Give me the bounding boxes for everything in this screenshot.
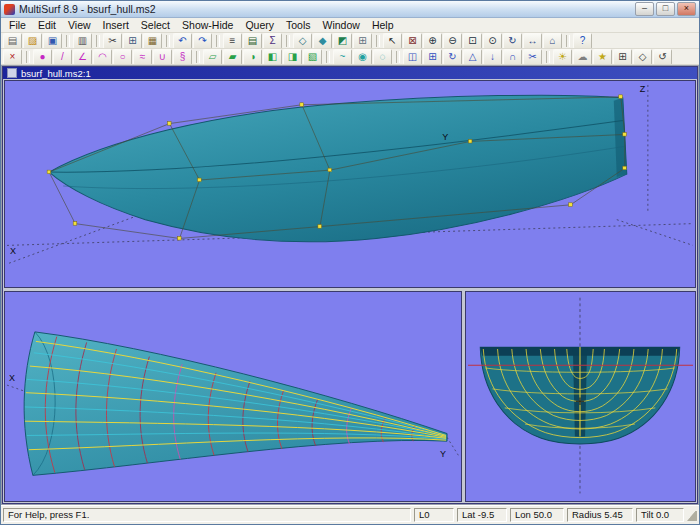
point-tool-button[interactable]: ● xyxy=(33,49,52,65)
menu-item-insert[interactable]: Insert xyxy=(97,19,135,31)
snake-tool-button[interactable]: ~ xyxy=(333,49,352,65)
viewport-wireframe[interactable]: X Y xyxy=(4,291,462,502)
rotate-entity-button[interactable]: ↻ xyxy=(443,49,462,65)
menu-item-window[interactable]: Window xyxy=(317,19,366,31)
viewport-perspective[interactable]: X Y Z xyxy=(4,80,696,288)
new-file-button[interactable]: ▤ xyxy=(3,33,22,49)
menu-item-tools[interactable]: Tools xyxy=(280,19,317,31)
menu-item-file[interactable]: File xyxy=(3,19,32,31)
toolbar-separator xyxy=(376,35,380,47)
select-arrow-button[interactable]: ↖ xyxy=(383,33,402,49)
status-help: For Help, press F1. xyxy=(3,508,411,522)
ccurve-tool-button[interactable]: ∪ xyxy=(153,49,172,65)
help-button[interactable]: ? xyxy=(573,33,592,49)
ortho-views-button[interactable]: ⊞ xyxy=(613,49,632,65)
menu-item-select[interactable]: Select xyxy=(135,19,176,31)
wireframe-view-button[interactable]: ◇ xyxy=(293,33,312,49)
zoom-in-button[interactable]: ⊕ xyxy=(423,33,442,49)
mass-properties-button[interactable]: Σ xyxy=(263,33,282,49)
intersect-entity-button[interactable]: ∩ xyxy=(503,49,522,65)
entity-list-button[interactable]: ≡ xyxy=(223,33,242,49)
bodyplan-canvas[interactable] xyxy=(466,292,695,501)
toolbar-standard: ▤▨▣▥✂⊞▦↶↷≡▤Σ◇◆◩⊞↖⊠⊕⊖⊡⊙↻↔⌂? xyxy=(1,33,699,49)
deselect-all-button[interactable]: ⊠ xyxy=(403,33,422,49)
mirror-entity-button[interactable]: ◫ xyxy=(403,49,422,65)
lofted-surface-button[interactable]: ▧ xyxy=(303,49,322,65)
surface-tool-button[interactable]: ▱ xyxy=(203,49,222,65)
shaded-view-button[interactable]: ◆ xyxy=(313,33,332,49)
toolbar-separator xyxy=(566,35,570,47)
document-window: bsurf_hull.ms2:1 xyxy=(2,66,698,504)
helix-tool-button[interactable]: § xyxy=(173,49,192,65)
perspective-canvas[interactable]: X Y Z xyxy=(5,81,695,287)
hide-entity-button[interactable]: ☁ xyxy=(573,49,592,65)
refresh-view-button[interactable]: ↺ xyxy=(653,49,672,65)
copy-entity-button[interactable]: ⊞ xyxy=(423,49,442,65)
zoom-out-button[interactable]: ⊖ xyxy=(443,33,462,49)
status-tilt: Tilt 0.0 xyxy=(636,508,684,522)
copy-button[interactable]: ⊞ xyxy=(123,33,142,49)
statusbar: For Help, press F1. L0Lat -9.5Lon 50.0Ra… xyxy=(1,505,699,524)
document-icon xyxy=(7,68,17,78)
home-view-button[interactable]: ⌂ xyxy=(543,33,562,49)
document-titlebar[interactable]: bsurf_hull.ms2:1 xyxy=(3,67,697,79)
redo-button[interactable]: ↷ xyxy=(193,33,212,49)
line-tool-button[interactable]: / xyxy=(53,49,72,65)
properties-button[interactable]: ▤ xyxy=(243,33,262,49)
show-entity-button[interactable]: ☀ xyxy=(553,49,572,65)
magnet-tool-button[interactable]: ◉ xyxy=(353,49,372,65)
toolbar-separator xyxy=(396,51,400,63)
grid-toggle-button[interactable]: ⊞ xyxy=(353,33,372,49)
trim-entity-button[interactable]: ✂ xyxy=(523,49,542,65)
minimize-button[interactable]: – xyxy=(635,2,654,16)
hull-surface xyxy=(24,332,447,475)
ring-tool-button[interactable]: ◌ xyxy=(373,49,392,65)
axis-label-x: X xyxy=(9,373,15,383)
cut-button[interactable]: ✂ xyxy=(103,33,122,49)
paste-button[interactable]: ▦ xyxy=(143,33,162,49)
show-all-button[interactable]: ★ xyxy=(593,49,612,65)
document-title: bsurf_hull.ms2:1 xyxy=(21,68,91,79)
status-cells: L0Lat -9.5Lon 50.0Radius 5.45Tilt 0.0 xyxy=(414,508,684,522)
menu-item-help[interactable]: Help xyxy=(366,19,400,31)
render-view-button[interactable]: ◩ xyxy=(333,33,352,49)
close-button[interactable]: × xyxy=(677,2,696,16)
zoom-fit-button[interactable]: ⊙ xyxy=(483,33,502,49)
ruled-surface-button[interactable]: ▰ xyxy=(223,49,242,65)
status-lat: Lat -9.5 xyxy=(457,508,507,522)
viewport-bodyplan[interactable] xyxy=(465,291,696,502)
maximize-button[interactable]: □ xyxy=(656,2,675,16)
open-folder-button[interactable]: ▨ xyxy=(23,33,42,49)
circle-tool-button[interactable]: ○ xyxy=(113,49,132,65)
print-button[interactable]: ▥ xyxy=(73,33,92,49)
resize-grip[interactable] xyxy=(687,509,697,521)
toolbar-separator xyxy=(26,51,30,63)
menu-item-query[interactable]: Query xyxy=(239,19,280,31)
menu-item-edit[interactable]: Edit xyxy=(32,19,62,31)
toolbar-separator xyxy=(96,35,100,47)
window-title: MultiSurf 8.9 - bsurf_hull.ms2 xyxy=(19,3,631,15)
arc-tool-button[interactable]: ◠ xyxy=(93,49,112,65)
wireframe-canvas[interactable]: X Y xyxy=(5,292,461,501)
status-lon: Lon 50.0 xyxy=(510,508,564,522)
undo-button[interactable]: ↶ xyxy=(173,33,192,49)
revolution-surface-button[interactable]: ◑ xyxy=(243,49,262,65)
rotate-view-button[interactable]: ↻ xyxy=(503,33,522,49)
pan-view-button[interactable]: ↔ xyxy=(523,33,542,49)
toolbar-separator xyxy=(66,35,70,47)
delete-entity-button[interactable]: × xyxy=(3,49,22,65)
menu-item-show-hide[interactable]: Show-Hide xyxy=(176,19,239,31)
app-icon xyxy=(4,4,15,15)
zoom-window-button[interactable]: ⊡ xyxy=(463,33,482,49)
blend-surface-button[interactable]: ◧ xyxy=(263,49,282,65)
perspective-view-button[interactable]: ◇ xyxy=(633,49,652,65)
mdi-client: bsurf_hull.ms2:1 xyxy=(1,65,699,505)
bcurve-tool-button[interactable]: ≈ xyxy=(133,49,152,65)
polyline-tool-button[interactable]: ∠ xyxy=(73,49,92,65)
toolbar-entities: ×●/∠◠○≈∪§▱▰◑◧◨▧~◉◌◫⊞↻△↓∩✂☀☁★⊞◇↺ xyxy=(1,49,699,65)
save-button[interactable]: ▣ xyxy=(43,33,62,49)
project-entity-button[interactable]: ↓ xyxy=(483,49,502,65)
sweep-surface-button[interactable]: ◨ xyxy=(283,49,302,65)
menu-item-view[interactable]: View xyxy=(62,19,97,31)
scale-entity-button[interactable]: △ xyxy=(463,49,482,65)
